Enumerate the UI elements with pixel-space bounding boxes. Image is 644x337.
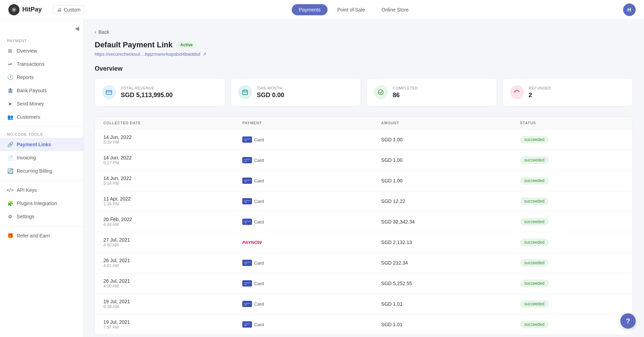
- status-badge-succeeded: succeeded: [520, 156, 549, 164]
- table-row[interactable]: 14 Jun, 2022 5:27 PM Card SGD 1.00 succe…: [95, 150, 633, 171]
- payment-label: Card: [254, 281, 264, 286]
- table-row[interactable]: 14 Jun, 2022 5:14 PM Card SGD 1.00 succe…: [95, 171, 633, 191]
- gift-icon: 🎁: [7, 233, 13, 239]
- card-payment: Card: [242, 260, 264, 266]
- cell-amount: SGD 1.00: [381, 157, 520, 163]
- sidebar-item-send-money[interactable]: ➤ Send Money: [0, 97, 83, 110]
- cell-payment: Card: [242, 157, 381, 163]
- custom-button[interactable]: 🖨 Custom: [53, 5, 84, 14]
- sidebar-item-plugins[interactable]: 🧩 Plugins Integration: [0, 197, 83, 210]
- sidebar-item-api-keys[interactable]: </> API Keys: [0, 183, 83, 197]
- help-button[interactable]: ?: [620, 313, 636, 329]
- link-icon: 🔗: [7, 141, 13, 148]
- nav-pos[interactable]: Point of Sale: [330, 4, 372, 15]
- sidebar-item-invoicing[interactable]: 📄 Invoicing: [0, 151, 83, 164]
- cell-amount: SGD 1.00: [381, 178, 520, 183]
- stat-total-revenue: TOTAL REVENUE SGD 5,113,995.00: [95, 78, 225, 107]
- card-icon-symbol: [242, 157, 252, 163]
- sidebar-label-bank-payouts: Bank Payouts: [17, 88, 47, 93]
- svg-rect-23: [245, 222, 246, 223]
- avatar[interactable]: H: [623, 3, 636, 16]
- status-badge-succeeded: succeeded: [520, 197, 549, 205]
- puzzle-icon: 🧩: [7, 200, 13, 206]
- total-revenue-icon: [102, 85, 116, 99]
- page-header: Default Payment Link Active: [95, 40, 633, 49]
- sidebar-item-payment-links[interactable]: 🔗 Payment Links: [0, 138, 83, 151]
- nav-online-store[interactable]: Online Store: [375, 4, 416, 15]
- sidebar-label-customers: Customers: [17, 114, 40, 120]
- sidebar-label-transactions: Transactions: [17, 61, 45, 67]
- payment-label: Card: [254, 301, 264, 307]
- page-url[interactable]: https://securecheckout....fqqzmwnv4uipsb…: [95, 52, 633, 57]
- svg-rect-10: [244, 139, 250, 140]
- topnav-nav: Payments Point of Sale Online Store: [292, 4, 415, 15]
- sidebar-item-transactions[interactable]: ⇌ Transactions: [0, 57, 83, 71]
- back-link[interactable]: ‹ Back: [95, 29, 633, 35]
- cell-date: 19 Jul, 2021 9:38 AM: [103, 299, 242, 309]
- completed-icon: [374, 85, 388, 99]
- table-row[interactable]: 19 Jul, 2021 7:57 AM Card SGD 1.01 succe…: [95, 314, 633, 335]
- svg-rect-17: [245, 181, 246, 182]
- date-time: 7:57 AM: [103, 325, 242, 330]
- svg-point-8: [378, 90, 383, 95]
- svg-rect-26: [245, 264, 246, 264]
- cell-payment: Card: [242, 301, 381, 307]
- svg-rect-16: [244, 180, 250, 181]
- cell-status: succeeded: [520, 321, 624, 328]
- svg-rect-34: [244, 323, 250, 324]
- back-chevron-icon: ‹: [95, 29, 96, 35]
- sidebar-item-customers[interactable]: 👥 Customers: [0, 110, 83, 124]
- cell-status: succeeded: [520, 259, 624, 267]
- cell-amount: SGD 32,342.34: [381, 219, 520, 225]
- cell-payment: PAYNOW: [242, 240, 381, 245]
- status-badge-succeeded: succeeded: [520, 136, 549, 143]
- sidebar-collapse-button[interactable]: ◀: [0, 25, 83, 36]
- sidebar-item-settings[interactable]: ⚙ Settings: [0, 210, 83, 223]
- cell-date: 11 Apr, 2022 1:35 PM: [103, 196, 242, 206]
- date-time: 4:01 AM: [103, 263, 242, 268]
- card-icon-symbol: [242, 280, 252, 287]
- custom-icon: 🖨: [57, 7, 62, 13]
- sidebar-item-reports[interactable]: 🕐 Reports: [0, 71, 83, 84]
- table-row[interactable]: 27 Jul, 2021 4:50 AM PAYNOW SGD 2,132.13…: [95, 232, 633, 253]
- card-icon-symbol: [242, 198, 252, 204]
- logo-text: HitPay: [22, 6, 42, 13]
- logo[interactable]: H HitPay: [8, 4, 42, 15]
- date-time: 5:14 PM: [103, 181, 242, 186]
- cell-status: succeeded: [520, 156, 624, 164]
- sidebar-item-refer-earn[interactable]: 🎁 Refer and Earn: [0, 229, 83, 242]
- sidebar-item-bank-payouts[interactable]: 🏦 Bank Payouts: [0, 84, 83, 97]
- card-payment: Card: [242, 280, 264, 287]
- sidebar-item-overview[interactable]: ⊞ Overview: [0, 44, 83, 57]
- sidebar-item-recurring-billing[interactable]: 🔄 Recurring Billing: [0, 164, 83, 178]
- table-row[interactable]: 20 Feb, 2022 4:44 AM Card SGD 32,342.34 …: [95, 212, 633, 232]
- card-payment: Card: [242, 301, 264, 307]
- cell-amount: SGD 1.01: [381, 301, 520, 307]
- table-row[interactable]: 11 Apr, 2022 1:35 PM Card SGD 12.22 succ…: [95, 191, 633, 212]
- sidebar-section-payment: PAYMENT: [0, 36, 83, 44]
- status-badge-succeeded: succeeded: [520, 300, 549, 308]
- table-row[interactable]: 19 Jul, 2021 9:38 AM Card SGD 1.01 succe…: [95, 294, 633, 314]
- table-row[interactable]: 14 Jun, 2022 5:39 PM Card SGD 1.00 succe…: [95, 130, 633, 150]
- cell-status: succeeded: [520, 280, 624, 287]
- sidebar-label-reports: Reports: [17, 75, 34, 80]
- sidebar-label-invoicing: Invoicing: [17, 155, 36, 160]
- date-time: 4:50 AM: [103, 243, 242, 248]
- table-row[interactable]: 26 Jul, 2021 4:00 AM Card SGD 5,252.55 s…: [95, 273, 633, 294]
- col-amount: AMOUNT: [381, 121, 520, 125]
- card-payment: Card: [242, 178, 264, 184]
- cell-status: succeeded: [520, 177, 624, 185]
- nav-payments[interactable]: Payments: [292, 4, 327, 15]
- table-body: 14 Jun, 2022 5:39 PM Card SGD 1.00 succe…: [95, 130, 633, 335]
- paynow-payment: PAYNOW: [242, 240, 262, 245]
- cell-amount: SGD 12.22: [381, 198, 520, 204]
- card-icon-symbol: [242, 136, 252, 143]
- table-row[interactable]: 26 Jul, 2021 4:01 AM Card SGD 232.34 suc…: [95, 253, 633, 273]
- date-primary: 19 Jul, 2021: [103, 299, 242, 304]
- svg-rect-13: [244, 159, 250, 160]
- payment-label: Card: [254, 219, 264, 225]
- stat-refunded: REFUNDED 2: [503, 78, 633, 107]
- cell-payment: Card: [242, 219, 381, 225]
- status-badge-succeeded: succeeded: [520, 321, 549, 328]
- cell-amount: SGD 2,132.13: [381, 240, 520, 245]
